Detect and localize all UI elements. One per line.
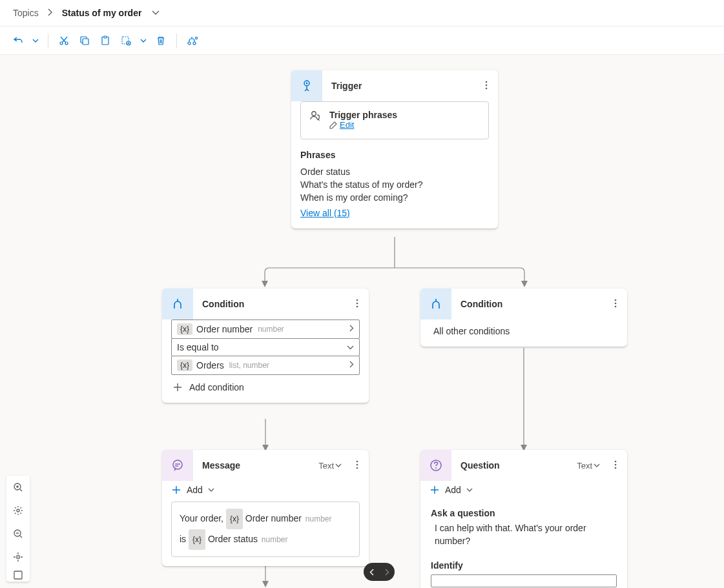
svg-point-37	[435, 467, 437, 469]
svg-point-0	[60, 42, 63, 45]
variable-chip: {x}	[177, 323, 192, 335]
zoom-reset-button[interactable]	[6, 499, 30, 522]
question-add-button[interactable]: Add	[420, 481, 627, 502]
question-type-dropdown[interactable]: Text	[577, 461, 600, 471]
svg-point-24	[486, 87, 488, 89]
variable-chip: {x}	[226, 509, 243, 529]
trigger-phrases-box: Trigger phrases Edit	[300, 101, 489, 139]
variable-type: number	[258, 325, 284, 334]
add-condition-button[interactable]: Add condition	[171, 374, 360, 394]
copy-button[interactable]	[76, 32, 94, 50]
node-more-button[interactable]	[353, 460, 361, 471]
svg-point-29	[615, 299, 617, 301]
svg-marker-19	[262, 581, 269, 587]
node-more-button[interactable]	[482, 81, 490, 92]
variable-name: Order number	[245, 513, 302, 523]
svg-marker-12	[262, 281, 268, 287]
pager-prev-button[interactable]	[364, 563, 379, 581]
minimap-button[interactable]	[6, 569, 30, 582]
breadcrumb-topics-link[interactable]: Topics	[13, 8, 39, 18]
operator-label: Is equal to	[177, 342, 219, 352]
add-node-button[interactable]	[183, 32, 202, 50]
svg-point-23	[486, 84, 488, 86]
trigger-phrase: What's the status of my order?	[291, 178, 498, 191]
paste-button[interactable]	[96, 32, 114, 50]
zoom-in-button[interactable]	[6, 476, 30, 499]
condition-value-picker[interactable]: {x} Orders list, number	[171, 356, 360, 375]
toolbar	[0, 26, 724, 55]
edit-phrases-link[interactable]: Edit	[329, 120, 354, 130]
variation-pager	[364, 563, 395, 581]
identify-picker[interactable]	[431, 574, 617, 587]
node-title: Condition	[202, 299, 344, 309]
zoom-out-button[interactable]	[6, 522, 30, 545]
trigger-icon	[291, 70, 322, 101]
condition-node-left[interactable]: Condition {x} Order number number Is equ…	[162, 289, 369, 403]
breadcrumb-dropdown[interactable]	[152, 8, 160, 17]
variable-name: Order number	[196, 324, 253, 334]
separator	[176, 34, 177, 48]
paste-special-button[interactable]	[117, 32, 135, 50]
trigger-phrase: Order status	[291, 165, 498, 178]
svg-point-22	[486, 81, 488, 83]
zoom-toolbar	[6, 476, 30, 582]
breadcrumb: Topics Status of my order	[0, 0, 724, 26]
svg-rect-5	[104, 36, 107, 38]
svg-point-33	[357, 460, 358, 462]
variable-type: number	[305, 514, 332, 523]
cut-button[interactable]	[55, 32, 73, 50]
node-title: Message	[202, 460, 309, 471]
undo-dropdown[interactable]	[30, 39, 41, 43]
trigger-phrases-label: Trigger phrases	[329, 110, 397, 120]
chevron-right-icon	[349, 361, 354, 370]
svg-rect-3	[83, 39, 88, 45]
pager-next-button[interactable]	[379, 563, 395, 581]
view-all-phrases-link[interactable]: View all (15)	[300, 208, 350, 218]
svg-point-27	[357, 302, 358, 304]
fit-view-button[interactable]	[6, 545, 30, 569]
svg-rect-44	[17, 556, 19, 558]
variable-type: number	[262, 535, 288, 544]
condition-variable-picker[interactable]: {x} Order number number	[171, 319, 360, 339]
svg-point-31	[615, 305, 617, 307]
question-prompt-text: I can help with that. What's your order …	[420, 522, 627, 554]
breadcrumb-current: Status of my order	[62, 8, 142, 18]
svg-point-21	[306, 83, 308, 85]
svg-point-39	[615, 463, 617, 465]
question-identify-heading: Identify	[420, 554, 627, 574]
message-add-button[interactable]: Add	[162, 481, 369, 502]
variable-type: list, number	[229, 361, 269, 370]
chevron-right-icon	[48, 8, 53, 18]
message-type-dropdown[interactable]: Text	[318, 461, 342, 471]
node-more-button[interactable]	[353, 299, 361, 310]
separator	[48, 34, 48, 48]
node-more-button[interactable]	[612, 460, 619, 471]
message-text-editor[interactable]: Your order, {x} Order number number is {…	[171, 502, 360, 557]
question-node[interactable]: Question Text Add Ask a question I can h…	[420, 450, 627, 588]
delete-button[interactable]	[152, 32, 170, 50]
condition-node-right[interactable]: Condition All other conditions	[420, 289, 627, 347]
chevron-down-icon	[347, 343, 354, 352]
variable-chip: {x}	[189, 529, 205, 550]
svg-point-9	[193, 42, 196, 45]
svg-point-26	[357, 299, 358, 301]
variable-chip: {x}	[177, 360, 192, 371]
trigger-node[interactable]: Trigger Trigger phrases Edit Phrases Ord…	[291, 70, 498, 228]
message-icon	[162, 450, 193, 481]
svg-point-28	[357, 305, 358, 307]
svg-point-1	[65, 42, 68, 45]
node-more-button[interactable]	[612, 299, 619, 310]
node-title: Question	[460, 460, 568, 471]
message-text: is	[180, 534, 189, 544]
condition-else-label: All other conditions	[420, 319, 627, 347]
message-node[interactable]: Message Text Add Your order, {x} Order n…	[162, 450, 369, 566]
condition-operator-picker[interactable]: Is equal to	[171, 338, 360, 356]
node-title: Trigger	[331, 81, 473, 91]
undo-button[interactable]	[9, 32, 27, 50]
paste-dropdown[interactable]	[138, 39, 149, 43]
authoring-canvas[interactable]: Trigger Trigger phrases Edit Phrases Ord…	[0, 55, 724, 588]
svg-point-38	[615, 460, 617, 462]
condition-icon	[420, 289, 451, 319]
svg-point-34	[357, 463, 358, 465]
question-icon	[420, 450, 451, 481]
